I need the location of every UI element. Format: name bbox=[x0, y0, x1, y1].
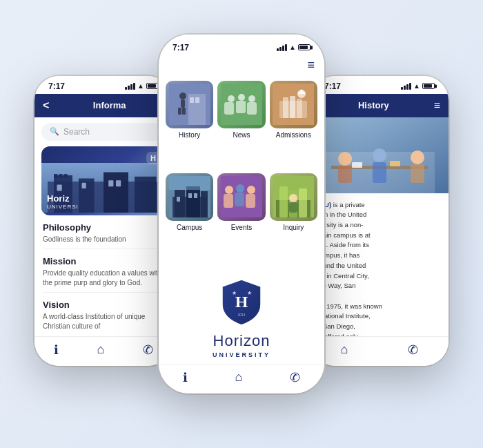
center-home-nav[interactable]: ⌂ bbox=[235, 370, 243, 384]
center-wifi-icon: ▲ bbox=[289, 43, 296, 51]
inquiry-image bbox=[270, 173, 317, 221]
svg-rect-11 bbox=[108, 180, 113, 186]
svg-point-14 bbox=[179, 92, 186, 99]
philosophy-text: Godliness is the foundation bbox=[43, 235, 164, 244]
right-time: 7:17 bbox=[324, 81, 341, 91]
svg-text:★: ★ bbox=[232, 290, 237, 296]
phone-nav-icon[interactable]: ✆ bbox=[143, 342, 153, 358]
home-nav-icon[interactable]: ⌂ bbox=[97, 342, 105, 357]
right-body-text: (HU) is a private tion in the United ver… bbox=[317, 200, 442, 336]
right-menu-icon[interactable]: ≡ bbox=[434, 99, 440, 112]
svg-rect-19 bbox=[190, 97, 194, 103]
svg-rect-8 bbox=[63, 174, 67, 177]
right-battery-icon bbox=[422, 83, 435, 89]
inquiry-label: Inquiry bbox=[283, 224, 304, 231]
svg-rect-38 bbox=[201, 191, 208, 217]
grid-item-inquiry[interactable]: Inquiry bbox=[270, 173, 317, 262]
svg-rect-48 bbox=[235, 193, 244, 206]
admissions-image bbox=[270, 81, 317, 128]
left-hero-image: Horiz UNIVERSI H bbox=[41, 146, 166, 215]
svg-point-45 bbox=[236, 184, 244, 193]
center-info-nav[interactable]: ℹ bbox=[183, 370, 188, 385]
horizon-title: Horizon bbox=[213, 332, 270, 350]
svg-rect-42 bbox=[169, 176, 210, 190]
svg-rect-25 bbox=[224, 102, 234, 115]
philosophy-section: Philosophy Godliness is the foundation bbox=[34, 215, 172, 249]
splash-section: H ★ ★ 2014 Horizon UNIVERSITY bbox=[159, 267, 324, 364]
svg-rect-6 bbox=[54, 174, 57, 177]
svg-rect-7 bbox=[59, 174, 62, 177]
svg-rect-52 bbox=[279, 186, 288, 217]
svg-rect-47 bbox=[224, 194, 233, 208]
left-status-bar: 7:17 ▲ bbox=[34, 76, 172, 94]
grid-thumb-events bbox=[217, 173, 265, 221]
left-time: 7:17 bbox=[48, 81, 65, 91]
back-button[interactable]: < bbox=[43, 99, 49, 112]
svg-rect-4 bbox=[103, 172, 128, 213]
left-nav-title: Informa bbox=[55, 100, 164, 110]
center-menu-icon[interactable]: ≡ bbox=[307, 58, 315, 72]
svg-point-46 bbox=[247, 186, 255, 194]
svg-rect-65 bbox=[338, 166, 352, 183]
grid-item-events[interactable]: Events bbox=[217, 173, 265, 262]
center-notch bbox=[214, 35, 269, 48]
svg-rect-26 bbox=[236, 101, 246, 113]
philosophy-title: Philosophy bbox=[43, 222, 164, 233]
svg-rect-9 bbox=[57, 184, 62, 191]
grid-item-news[interactable]: News bbox=[217, 81, 265, 169]
svg-rect-30 bbox=[283, 97, 288, 118]
center-signal-icons: ▲ bbox=[277, 43, 310, 51]
news-label: News bbox=[233, 131, 250, 139]
signal-bar-icon bbox=[125, 83, 135, 90]
svg-rect-12 bbox=[116, 180, 121, 186]
svg-rect-5 bbox=[135, 176, 157, 212]
grid-item-history[interactable]: History bbox=[166, 81, 213, 169]
svg-text:H: H bbox=[235, 293, 248, 311]
svg-rect-40 bbox=[188, 193, 192, 198]
right-nav-title: History bbox=[319, 100, 428, 110]
search-placeholder: Search bbox=[63, 127, 90, 137]
mission-title: Mission bbox=[43, 256, 164, 266]
grid-item-admissions[interactable]: Admissions bbox=[270, 81, 317, 169]
center-phone-nav[interactable]: ✆ bbox=[290, 370, 300, 385]
uni-name: Horiz bbox=[47, 193, 79, 204]
mission-text: Provide quality education a values with … bbox=[43, 269, 164, 288]
left-phone-content: 🔍 Search bbox=[34, 117, 172, 336]
campus-image bbox=[166, 173, 213, 221]
grid-item-campus[interactable]: Campus bbox=[166, 173, 213, 262]
info-nav-icon[interactable]: ℹ bbox=[54, 342, 59, 358]
hero-shield-badge: H bbox=[146, 152, 160, 164]
news-image bbox=[217, 81, 265, 128]
right-status-bar: 7:17 ▲ bbox=[310, 76, 448, 94]
svg-rect-10 bbox=[82, 182, 86, 188]
svg-point-24 bbox=[248, 95, 255, 102]
svg-rect-56 bbox=[289, 202, 297, 213]
svg-rect-27 bbox=[247, 102, 257, 115]
svg-rect-39 bbox=[177, 197, 180, 202]
svg-point-44 bbox=[225, 186, 233, 194]
center-grid: History bbox=[159, 75, 324, 267]
right-signal-bar bbox=[401, 83, 411, 90]
phone-left: 7:17 ▲ < Informa 🔍 Search bbox=[34, 76, 172, 366]
svg-rect-17 bbox=[182, 108, 186, 115]
vision-title: Vision bbox=[43, 300, 164, 310]
center-menu-row: ≡ bbox=[159, 55, 324, 75]
wifi-icon: ▲ bbox=[137, 82, 144, 90]
search-bar[interactable]: 🔍 Search bbox=[41, 123, 166, 141]
vision-section: Vision A world-class Institution of uniq… bbox=[34, 293, 172, 335]
horizon-shield-logo: H ★ ★ 2014 bbox=[221, 278, 262, 327]
left-bottom-nav: ℹ ⌂ ✆ bbox=[34, 336, 172, 366]
svg-rect-36 bbox=[175, 190, 185, 217]
horizon-subtitle: UNIVERSITY bbox=[213, 351, 270, 358]
right-phone-nav[interactable]: ✆ bbox=[408, 342, 418, 358]
svg-rect-69 bbox=[411, 164, 424, 183]
mission-section: Mission Provide quality education a valu… bbox=[34, 249, 172, 292]
svg-rect-54 bbox=[299, 188, 307, 217]
svg-rect-71 bbox=[390, 161, 400, 166]
svg-rect-70 bbox=[352, 162, 362, 168]
svg-point-23 bbox=[238, 94, 245, 101]
phone-center: 7:17 ▲ ≡ bbox=[159, 35, 324, 393]
center-time: 7:17 bbox=[172, 43, 189, 52]
right-home-nav[interactable]: ⌂ bbox=[341, 342, 348, 357]
right-text-content: (HU) is a private tion in the United ver… bbox=[310, 193, 448, 336]
